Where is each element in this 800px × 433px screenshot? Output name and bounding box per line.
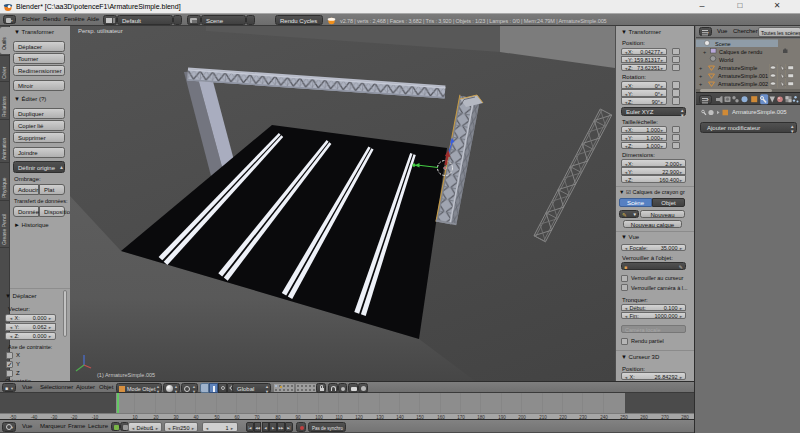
svg-text:+: +	[703, 49, 706, 55]
svg-text:+: +	[699, 81, 702, 87]
svg-text:+: +	[699, 73, 702, 79]
svg-text:Calques de rendu: Calques de rendu	[719, 49, 762, 55]
svg-text:World: World	[719, 57, 733, 63]
svg-text:Scene: Scene	[715, 41, 731, 47]
svg-text:ArmatureSimple: ArmatureSimple	[718, 65, 757, 71]
svg-text:+: +	[699, 65, 702, 71]
svg-text:ArmatureSimple.002: ArmatureSimple.002	[718, 81, 768, 87]
svg-text:ArmatureSimple.001: ArmatureSimple.001	[718, 73, 768, 79]
